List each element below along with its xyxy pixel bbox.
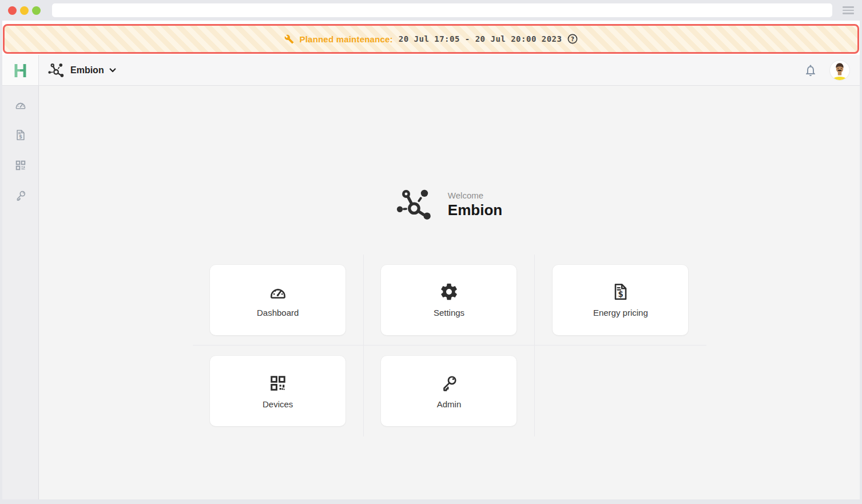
card-admin[interactable]: Admin [381, 356, 517, 426]
shortcut-grid: Dashboard Settings [193, 255, 706, 436]
card-dashboard[interactable]: Dashboard [210, 265, 345, 335]
energy-invoice-icon [611, 282, 630, 301]
devices-qr-icon [268, 374, 288, 393]
key-icon [14, 189, 27, 202]
card-energy-pricing[interactable]: Energy pricing [553, 265, 688, 335]
address-bar[interactable] [52, 3, 832, 17]
browser-chrome [0, 0, 862, 21]
page: Planned maintenance: 20 Jul 17:05 - 20 J… [2, 21, 860, 499]
chevron-down-icon [109, 68, 116, 73]
gear-icon [439, 282, 459, 301]
sidebar-item-admin[interactable] [13, 189, 29, 202]
browser-window: Planned maintenance: 20 Jul 17:05 - 20 J… [0, 0, 862, 504]
org-name: Embion [70, 65, 104, 76]
app-body: Welcome Embion Dashboard [2, 86, 860, 499]
sidebar [2, 86, 39, 499]
molecule-icon [48, 62, 65, 78]
maximize-window-button[interactable] [32, 6, 41, 15]
grid-cell: Settings [364, 255, 535, 346]
notifications-button[interactable] [796, 55, 825, 85]
main-content: Welcome Embion Dashboard [39, 86, 860, 499]
close-window-button[interactable] [8, 6, 17, 15]
card-devices[interactable]: Devices [210, 356, 345, 426]
wrench-icon [284, 34, 294, 44]
maintenance-label: Planned maintenance: [300, 34, 393, 44]
user-avatar[interactable] [830, 61, 849, 80]
bell-icon [804, 64, 817, 77]
grid-cell: Energy pricing [535, 255, 706, 346]
grid-cell: Devices [193, 346, 364, 436]
minimize-window-button[interactable] [20, 6, 29, 15]
avatar-image [830, 61, 849, 80]
molecule-icon [396, 188, 434, 221]
sidebar-item-devices[interactable] [13, 159, 29, 172]
hamburger-menu-icon[interactable] [843, 6, 854, 14]
welcome-org-name: Embion [448, 202, 502, 219]
card-label: Admin [437, 399, 462, 409]
energy-invoice-icon [14, 129, 27, 141]
sidebar-item-dashboard[interactable] [13, 98, 29, 111]
welcome-block: Welcome Embion [39, 188, 860, 221]
empty-grid-cell [535, 346, 706, 436]
sidebar-item-energy-pricing[interactable] [13, 129, 29, 141]
gauge-icon [14, 98, 27, 111]
grid-cell: Dashboard [193, 255, 364, 346]
card-label: Devices [263, 399, 293, 409]
svg-text:?: ? [571, 35, 574, 42]
org-switcher[interactable]: Embion [39, 55, 125, 85]
header-spacer [125, 55, 796, 85]
logo-letter: H [13, 61, 27, 80]
card-settings[interactable]: Settings [381, 265, 517, 335]
app-header: H Embion [2, 55, 860, 86]
welcome-greeting: Welcome [448, 191, 502, 200]
help-circle-icon[interactable]: ? [567, 34, 578, 44]
card-label: Energy pricing [593, 308, 648, 318]
window-controls [8, 6, 41, 15]
card-label: Dashboard [257, 308, 299, 318]
devices-qr-icon [14, 159, 27, 172]
welcome-text: Welcome Embion [448, 191, 502, 219]
grid-cell: Admin [364, 346, 535, 436]
app-logo[interactable]: H [2, 55, 39, 85]
maintenance-schedule: 20 Jul 17:05 - 20 Jul 20:00 2023 [399, 34, 562, 43]
key-icon [439, 374, 459, 393]
card-label: Settings [434, 308, 464, 318]
maintenance-banner: Planned maintenance: 20 Jul 17:05 - 20 J… [3, 24, 859, 54]
gauge-icon [268, 282, 288, 301]
